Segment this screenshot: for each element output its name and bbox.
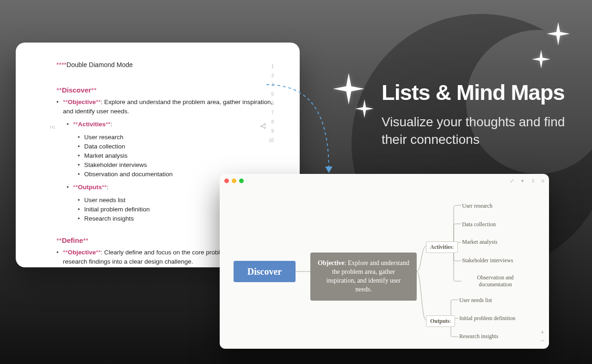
list-item[interactable]: Stakeholder interviews xyxy=(78,160,273,170)
maximize-icon xyxy=(239,179,244,183)
heading-level-badge: H1 xyxy=(50,125,56,130)
menu-icon[interactable]: ≡ xyxy=(542,178,544,184)
mindmap-leaf[interactable]: Data collection xyxy=(462,221,496,228)
hero-title: Lists & Mind Maps xyxy=(382,80,574,105)
list-item[interactable]: **Objective**: Explore and understand th… xyxy=(56,98,273,116)
window-traffic-lights[interactable] xyxy=(224,179,244,183)
markdown-marker: **** xyxy=(56,61,67,68)
sparkle-icon xyxy=(355,99,374,118)
mindmap-leaf[interactable]: Observation and documentation xyxy=(477,274,514,288)
hero-subtitle: Visualize your thoughts and find their c… xyxy=(382,113,574,148)
mindmap-root-node[interactable]: Discover xyxy=(234,261,296,282)
list-item[interactable]: Data collection xyxy=(78,142,273,151)
zoom-controls: + − xyxy=(541,328,544,344)
hero-section: Lists & Mind Maps Visualize your thought… xyxy=(382,80,574,148)
mindmap-leaf[interactable]: Initial problem definition xyxy=(459,315,515,322)
sparkle-icon xyxy=(547,22,570,45)
minimize-icon xyxy=(232,179,236,183)
mindmap-activities-node[interactable]: Activities: xyxy=(426,241,458,253)
zoom-out-button[interactable]: − xyxy=(541,337,544,344)
star-icon[interactable]: ✦ xyxy=(520,178,524,184)
mindmap-outputs-node[interactable]: Outputs: xyxy=(426,315,455,327)
mindmap-leaf[interactable]: User needs list xyxy=(459,297,492,304)
window-titlebar: ⤢ ✦ ⇩ ≡ xyxy=(220,174,549,184)
mindmap-canvas[interactable]: Discover Objective: Explore and understa… xyxy=(220,184,549,345)
zoom-in-button[interactable]: + xyxy=(541,328,544,336)
toolbar-icons: ⤢ ✦ ⇩ ≡ xyxy=(510,178,544,184)
download-icon[interactable]: ⇩ xyxy=(531,178,535,184)
list-item[interactable]: **Activities**: xyxy=(67,120,273,129)
heading-discover[interactable]: **Discover** xyxy=(56,86,273,94)
mindmap-window: ⤢ ✦ ⇩ ≡ Discover Objective: Explore and … xyxy=(220,174,549,349)
list-item[interactable]: Market analysis xyxy=(78,151,273,160)
close-icon xyxy=(224,179,229,183)
mindmap-objective-node[interactable]: Objective: Explore and understand the pr… xyxy=(310,253,417,301)
list-item[interactable]: User research xyxy=(78,133,273,142)
mindmap-leaf[interactable]: Research insights xyxy=(459,333,498,340)
mindmap-leaf[interactable]: User research xyxy=(462,203,493,210)
mindmap-leaf[interactable]: Stakeholder interviews xyxy=(462,257,513,264)
document-title: Double Diamond Mode xyxy=(67,61,133,68)
expand-icon[interactable]: ⤢ xyxy=(510,178,514,184)
document-title-line[interactable]: ****Double Diamond Mode xyxy=(56,60,273,69)
sparkle-icon xyxy=(532,50,550,68)
mindmap-leaf[interactable]: Market analysis xyxy=(462,239,497,246)
